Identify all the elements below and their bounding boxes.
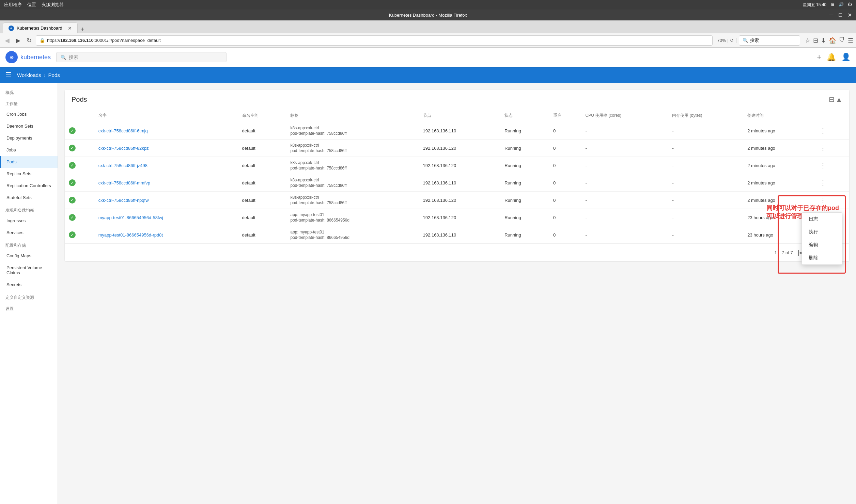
row-status: Running bbox=[500, 192, 549, 209]
context-menu-delete[interactable]: 删除 bbox=[802, 251, 842, 264]
sidebar-item-replica-sets[interactable]: Replica Sets bbox=[0, 168, 58, 180]
browser-search-bar[interactable]: 🔍 搜索 bbox=[739, 35, 800, 46]
sidebar-item-config-maps[interactable]: Config Maps bbox=[0, 250, 58, 262]
running-status-icon: ✓ bbox=[69, 197, 76, 204]
pod-name-link[interactable]: myapp-test01-866654956d-rpd8t bbox=[98, 232, 163, 238]
sidebar-item-secrets[interactable]: Secrets bbox=[0, 279, 58, 291]
created-time: 2 minutes ago bbox=[747, 128, 775, 133]
col-namespace: 命名空间 bbox=[238, 109, 286, 122]
url-bar[interactable]: 🔒 https://192.168.136.110:30001/#/pod?na… bbox=[36, 35, 713, 46]
pods-header: Pods ⊟ ▲ bbox=[65, 90, 849, 109]
sidebar-custom-title: 定义自定义资源 bbox=[0, 291, 58, 302]
filter-button[interactable]: ⊟ bbox=[829, 95, 835, 103]
download-icon[interactable]: ⬇ bbox=[821, 37, 826, 44]
row-cpu: - bbox=[581, 140, 668, 157]
browser-tab[interactable]: ⎈ Kubernetes Dashboard ✕ bbox=[3, 22, 78, 33]
sidebar-item-cron-jobs[interactable]: Cron Jobs bbox=[0, 108, 58, 120]
row-restarts: 0 bbox=[549, 192, 581, 209]
sidebar-item-replication-controllers[interactable]: Replication Controllers bbox=[0, 180, 58, 192]
os-location-menu[interactable]: 位置 bbox=[27, 2, 36, 8]
pod-name-link[interactable]: cxk-ctrl-758ccd86ff-6tmjq bbox=[98, 128, 148, 133]
pod-name-link[interactable]: cxk-ctrl-758ccd86ff-npqfw bbox=[98, 198, 149, 203]
app-search-field[interactable]: 🔍 bbox=[56, 52, 227, 62]
table-row: ✓ cxk-ctrl-758ccd86ff-jz498 default k8s-… bbox=[65, 157, 849, 174]
sidebar-item-pvc[interactable]: Persistent Volume Claims bbox=[0, 262, 58, 279]
sidebar-item-deployments[interactable]: Deployments bbox=[0, 132, 58, 144]
sidebar-item-pods[interactable]: Pods bbox=[0, 156, 58, 168]
url-host: 192.168.136.110 bbox=[60, 38, 94, 43]
add-resource-button[interactable]: + bbox=[817, 53, 821, 62]
sidebar-toggle-icon[interactable]: ☰ bbox=[5, 71, 12, 79]
sidebar-item-daemon-sets[interactable]: Daemon Sets bbox=[0, 120, 58, 132]
row-namespace: default bbox=[238, 140, 286, 157]
app-search-input[interactable] bbox=[69, 54, 222, 60]
context-menu-exec[interactable]: 执行 bbox=[802, 226, 842, 239]
row-namespace: default bbox=[238, 192, 286, 209]
home-icon[interactable]: ⊟ bbox=[813, 37, 818, 44]
pod-name-link[interactable]: cxk-ctrl-758ccd86ff-mmfvp bbox=[98, 180, 150, 185]
row-cpu: - bbox=[581, 122, 668, 140]
close-button[interactable]: ✕ bbox=[847, 12, 852, 18]
collapse-button[interactable]: ▲ bbox=[836, 96, 842, 103]
row-more-actions: ⋮ bbox=[814, 174, 849, 192]
os-app-menu[interactable]: 应用程序 bbox=[4, 2, 22, 8]
back-button[interactable]: ◀ bbox=[3, 36, 12, 45]
new-tab-button[interactable]: + bbox=[78, 26, 87, 33]
context-menu-edit[interactable]: 编辑 bbox=[802, 239, 842, 251]
tag-2: pod-template-hash: 758ccd86ff bbox=[290, 131, 415, 136]
os-browser-menu[interactable]: 火狐浏览器 bbox=[42, 2, 64, 8]
row-more-button[interactable]: ⋮ bbox=[818, 126, 828, 135]
row-more-button[interactable]: ⋮ bbox=[818, 161, 828, 170]
sidebar-item-services[interactable]: Services bbox=[0, 227, 58, 239]
context-menu-logs[interactable]: 日志 bbox=[802, 213, 842, 226]
menu-icon[interactable]: ☰ bbox=[848, 37, 853, 44]
tag-1: app: myapp-test01 bbox=[290, 212, 415, 217]
shield-icon[interactable]: ⛉ bbox=[839, 37, 845, 44]
row-created: 2 minutes ago bbox=[743, 157, 814, 174]
sidebar-item-ingresses[interactable]: Ingresses bbox=[0, 215, 58, 227]
os-power-icon[interactable]: ⏻ bbox=[848, 2, 852, 8]
context-menu: 日志 执行 编辑 删除 bbox=[801, 212, 842, 265]
user-avatar-icon[interactable]: 👤 bbox=[841, 53, 851, 62]
row-more-button[interactable]: ⋮ bbox=[818, 195, 828, 205]
sidebar-item-stateful-sets[interactable]: Stateful Sets bbox=[0, 192, 58, 204]
row-tags: k8s-app:cxk-ctrl pod-template-hash: 758c… bbox=[286, 192, 419, 209]
tag-1: k8s-app:cxk-ctrl bbox=[290, 178, 415, 182]
kubernetes-icon: ⎈ bbox=[5, 51, 18, 63]
row-cpu: - bbox=[581, 209, 668, 226]
row-more-button[interactable]: ⋮ bbox=[818, 178, 828, 188]
table-header-row: 名字 命名空间 标签 节点 状态 重启 CPU 使用率 (cores) 内存使用… bbox=[65, 109, 849, 122]
refresh-icon[interactable]: ↺ bbox=[730, 38, 734, 43]
row-tags: k8s-app:cxk-ctrl pod-template-hash: 758c… bbox=[286, 140, 419, 157]
row-memory: - bbox=[668, 140, 743, 157]
refresh-button[interactable]: ↻ bbox=[25, 36, 34, 45]
row-status-icon: ✓ bbox=[65, 192, 94, 209]
address-bar: ◀ ▶ ↻ 🔒 https://192.168.136.110:30001/#/… bbox=[0, 33, 856, 48]
tab-close-button[interactable]: ✕ bbox=[68, 26, 72, 31]
col-tags: 标签 bbox=[286, 109, 419, 122]
row-status: Running bbox=[500, 174, 549, 192]
notification-bell-icon[interactable]: 🔔 bbox=[827, 53, 836, 62]
breadcrumb-workloads[interactable]: Workloads bbox=[17, 72, 41, 78]
row-more-button[interactable]: ⋮ bbox=[818, 143, 828, 153]
row-name: myapp-test01-866654956d-rpd8t bbox=[94, 226, 238, 244]
tag-1: k8s-app:cxk-ctrl bbox=[290, 195, 415, 200]
sidebar-label-services: Services bbox=[6, 230, 24, 235]
pods-header-actions: ⊟ ▲ bbox=[829, 95, 842, 103]
bookmark-icon[interactable]: ☆ bbox=[805, 37, 810, 44]
maximize-button[interactable]: □ bbox=[839, 12, 842, 18]
breadcrumb-current: Pods bbox=[48, 72, 60, 78]
browser-home-icon[interactable]: 🏠 bbox=[829, 37, 836, 44]
tag-2: pod-template-hash: 758ccd86ff bbox=[290, 148, 415, 153]
minimize-button[interactable]: ─ bbox=[829, 12, 833, 18]
pod-name-link[interactable]: cxk-ctrl-758ccd86ff-jz498 bbox=[98, 163, 147, 168]
created-time: 2 minutes ago bbox=[747, 180, 775, 185]
pod-name-link[interactable]: myapp-test01-866654956d-58fwj bbox=[98, 215, 163, 220]
window-controls[interactable]: ─ □ ✕ bbox=[829, 12, 852, 18]
row-name: cxk-ctrl-758ccd86ff-82kpz bbox=[94, 140, 238, 157]
forward-button[interactable]: ▶ bbox=[14, 36, 22, 45]
row-memory: - bbox=[668, 157, 743, 174]
sidebar-item-jobs[interactable]: Jobs bbox=[0, 144, 58, 156]
sidebar-label-secrets: Secrets bbox=[6, 282, 21, 287]
pod-name-link[interactable]: cxk-ctrl-758ccd86ff-82kpz bbox=[98, 146, 149, 151]
